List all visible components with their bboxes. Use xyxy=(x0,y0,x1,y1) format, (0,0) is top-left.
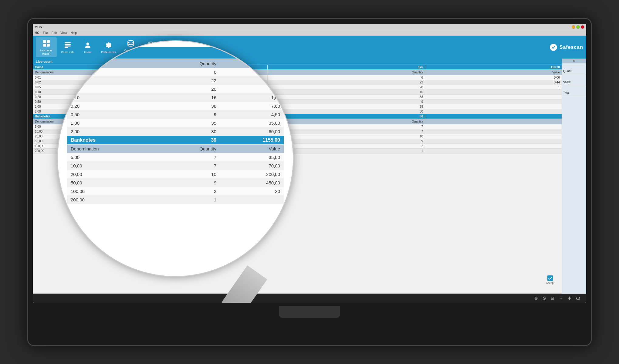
table-row: 0,02220,44 xyxy=(67,76,284,85)
live-count-icon xyxy=(42,39,51,48)
status-icon-3: ⊟ xyxy=(551,296,554,301)
rp-value-header: Value xyxy=(562,74,586,85)
nav-users-label: Users xyxy=(84,51,91,54)
close-button[interactable] xyxy=(581,25,584,29)
mag-coins-table: Denomination Quantity Value 0,0160,06 0,… xyxy=(67,59,284,204)
svg-rect-1 xyxy=(47,40,50,43)
live-count-title: Live count xyxy=(36,60,52,63)
value-header: Value xyxy=(425,70,562,75)
table-row: 200,001 xyxy=(67,196,284,204)
mag-banknotes-label: Banknotes xyxy=(67,136,158,145)
preferences-icon xyxy=(104,41,113,50)
monitor-screen: MCS MC File Edit View Help xyxy=(33,24,586,303)
svg-point-8 xyxy=(86,42,89,45)
status-icon-1: ⊕ xyxy=(534,296,538,301)
accept-button[interactable]: Accept xyxy=(546,275,554,285)
nav-users[interactable]: Users xyxy=(79,39,97,55)
banknotes-quantity: 36 xyxy=(267,114,425,119)
users-icon xyxy=(83,41,92,50)
menu-bar: MC File Edit View Help xyxy=(33,30,586,36)
nav-preferences[interactable]: Preferences xyxy=(97,39,120,55)
table-row: 0,20387,60 xyxy=(67,102,284,110)
minimize-button[interactable] xyxy=(572,25,575,29)
table-row: 5,00735,00 xyxy=(67,153,284,162)
mag-qty-header: Quantity xyxy=(158,59,220,68)
rp-total-header: Tota xyxy=(562,85,586,96)
maximize-button[interactable] xyxy=(576,25,580,29)
nav-count-data-label: Count data xyxy=(61,51,74,54)
menu-mc[interactable]: MC xyxy=(35,31,39,35)
count-data-icon xyxy=(63,41,72,50)
table-row: 2,003060,00 xyxy=(67,127,284,136)
coins-value: 110,20 xyxy=(425,65,562,70)
svg-rect-14 xyxy=(547,275,553,281)
magnifier-overlay: Coins 176 110,20 Denomination Quantity V… xyxy=(57,40,294,277)
rp-id-header: ID xyxy=(562,59,586,63)
status-icon-2: ⊙ xyxy=(543,296,546,301)
status-bar: ⊕ ⊙ ⊟ → ✚ ⏻ xyxy=(33,294,586,303)
status-icon-6: ⏻ xyxy=(576,296,580,301)
table-row: 20,0010200,00 xyxy=(67,170,284,179)
table-row: 0,10161,60 xyxy=(67,93,284,102)
svg-rect-0 xyxy=(43,40,46,43)
monitor-stand xyxy=(279,306,340,318)
table-row: 50,009450,00 xyxy=(67,179,284,187)
nav-live-count[interactable]: Live count(6185) xyxy=(36,37,57,57)
currencies-icon xyxy=(126,39,135,48)
table-row: 100,00220 xyxy=(67,187,284,196)
title-bar: MCS xyxy=(33,24,586,30)
svg-rect-5 xyxy=(65,44,71,45)
svg-rect-4 xyxy=(65,42,71,43)
table-row: 10,00770,00 xyxy=(67,162,284,170)
nav-bar: Live count(6185) Count data Users xyxy=(33,36,586,59)
svg-rect-7 xyxy=(65,47,68,48)
table-row: 0,0160,06 xyxy=(67,68,284,76)
mag-banknotes-headers: Denomination Quantity Value xyxy=(67,145,284,153)
coins-quantity: 176 xyxy=(267,65,425,70)
right-panel: ID Quanti Value Tota xyxy=(562,59,586,303)
app-title: MCS xyxy=(35,25,42,29)
table-row: 0,5094,50 xyxy=(67,110,284,119)
b-quantity-header: Quantity xyxy=(267,119,425,124)
quantity-header: Quantity xyxy=(267,70,425,75)
svg-point-9 xyxy=(128,40,134,43)
menu-edit[interactable]: Edit xyxy=(52,31,57,35)
nav-count-data[interactable]: Count data xyxy=(57,39,79,55)
table-row: 0,05201,00 xyxy=(67,85,284,93)
table-row: 1,003535,00 xyxy=(67,119,284,127)
title-bar-controls xyxy=(572,25,584,29)
safescan-logo: Safescan xyxy=(549,43,583,52)
svg-rect-6 xyxy=(65,46,71,46)
menu-view[interactable]: View xyxy=(60,31,67,35)
rp-quantity-header: Quanti xyxy=(562,63,586,74)
status-icon-5: ✚ xyxy=(568,296,571,301)
svg-point-13 xyxy=(550,44,557,51)
svg-rect-3 xyxy=(47,44,50,47)
nav-live-count-label: Live count(6185) xyxy=(40,49,52,56)
svg-rect-2 xyxy=(43,44,46,47)
nav-preferences-label: Preferences xyxy=(101,51,116,54)
status-icon-4: → xyxy=(559,296,563,301)
mag-banknotes-row: Banknotes 36 1155,00 xyxy=(67,136,284,145)
app-window: MCS MC File Edit View Help xyxy=(33,24,586,303)
accept-label: Accept xyxy=(546,281,554,285)
menu-help[interactable]: Help xyxy=(70,31,77,35)
menu-file[interactable]: File xyxy=(43,31,48,35)
monitor: MCS MC File Edit View Help xyxy=(27,18,592,346)
magnifier-content: Coins 176 110,20 Denomination Quantity V… xyxy=(58,41,293,276)
